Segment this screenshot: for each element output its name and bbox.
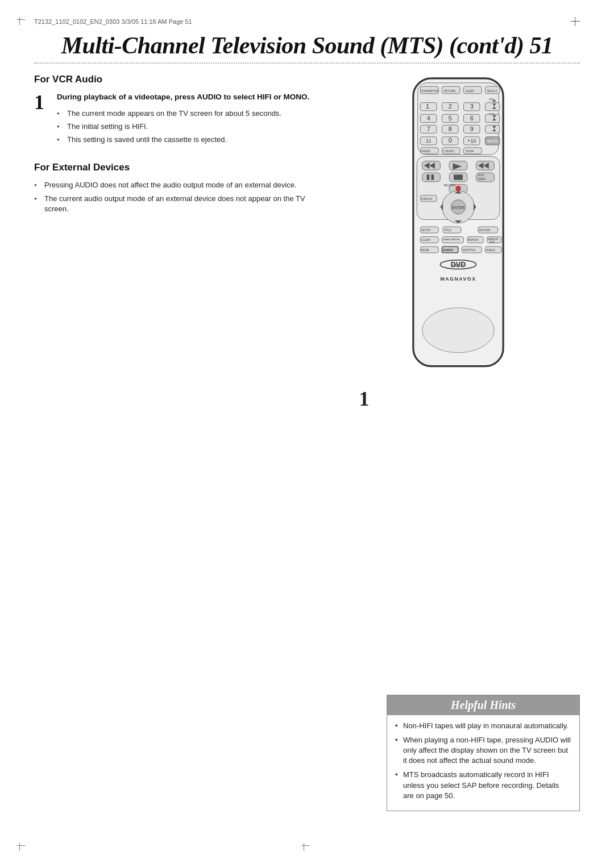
helpful-hints-title-bar: Helpful Hints [387,695,579,715]
svg-point-110 [422,308,494,353]
vcr-bullet-3: This setting is saved until the cassette… [57,135,325,145]
svg-text:ENTER: ENTER [452,206,464,210]
svg-text:A-B: A-B [489,241,494,244]
svg-text:7: 7 [426,126,430,132]
svg-text:SEARCH/MODE: SEARCH/MODE [443,238,460,241]
step-number: 1 [34,92,50,112]
svg-text:8: 8 [448,126,451,132]
ext-bullet-2: The current audio output mode of an exte… [34,194,325,214]
svg-text:REPEAT: REPEAT [468,239,479,241]
svg-text:MODE: MODE [421,249,429,252]
step-instruction: During playback of a videotape, press AU… [57,92,325,103]
svg-rect-25 [485,114,499,122]
external-devices-heading: For External Devices [34,162,325,173]
svg-rect-67 [431,174,434,180]
ext-bullet-1: Pressing AUDIO does not affect the audio… [34,180,325,190]
helpful-hints-content: Non-HIFI tapes will play in monaural aut… [387,715,579,811]
page-title: Multi-Channel Television Sound (MTS) (co… [34,32,580,59]
svg-text:MENU: MENU [478,178,487,181]
svg-text:AUDIO: AUDIO [443,248,454,252]
corner-marker-top-left [17,17,28,28]
hint-1: Non-HIFI tapes will play in monaural aut… [395,721,571,731]
svg-text:5: 5 [448,115,451,122]
svg-text:ANGLE: ANGLE [486,249,495,252]
svg-text:MUTE: MUTE [487,139,497,143]
remote-step-number: 1 [359,387,370,411]
corner-marker-bottom-center [301,840,313,851]
step-block: 1 During playback of a videotape, press … [34,92,325,154]
page-title-text: Multi-Channel Television Sound (MTS) (co… [61,32,524,59]
meta-text: T2132_1102_0102_EN2_0303 3/3/05 11:16 AM… [34,18,192,25]
svg-text:RECORD: RECORD [443,184,455,187]
corner-marker-bottom-left [17,840,28,851]
right-column: STANDBY/ON PICTURE SLEEP SELECT CH. 1 2 … [342,74,580,411]
svg-point-72 [455,186,460,191]
svg-text:+10: +10 [467,138,476,144]
svg-text:6: 6 [470,115,473,122]
svg-rect-66 [426,174,429,180]
vcr-audio-heading: For VCR Audio [34,74,325,85]
vcr-bullet-2: The initial setting is HIFI. [57,122,325,132]
svg-text:SETUP: SETUP [421,229,430,232]
svg-text:DISPLAY: DISPLAY [421,198,433,201]
step-content: During playback of a videotape, press AU… [57,92,325,154]
svg-text:DISC: DISC [478,174,485,177]
svg-text:RETURN: RETURN [479,229,490,232]
remote-svg: STANDBY/ON PICTURE SLEEP SELECT CH. 1 2 … [404,74,512,379]
page-container: T2132_1102_0102_EN2_0303 3/3/05 11:16 AM… [0,0,614,868]
svg-text:SLEEP: SLEEP [465,90,474,93]
svg-rect-34 [485,125,499,133]
page-number: 51 [529,32,553,59]
main-columns: For VCR Audio 1 During playback of a vid… [34,74,580,411]
helpful-hints-box: Helpful Hints Non-HIFI tapes will play i… [387,695,580,811]
svg-rect-68 [454,174,463,180]
svg-text:3: 3 [470,103,473,110]
dotted-separator [34,62,580,64]
svg-text:11: 11 [426,138,432,144]
svg-text:STANDBY/ON: STANDBY/ON [421,90,439,93]
svg-text:2: 2 [448,103,451,110]
svg-text:0: 0 [448,137,451,144]
svg-text:PICTURE: PICTURE [443,90,455,93]
svg-text:1: 1 [426,103,429,110]
svg-text:CLEAR: CLEAR [421,239,430,241]
header-meta: T2132_1102_0102_EN2_0303 3/3/05 11:16 AM… [34,17,580,26]
hint-3: MTS broadcasts automatically record in H… [395,770,571,801]
svg-text:VIDEO: VIDEO [453,264,464,268]
left-column: For VCR Audio 1 During playback of a vid… [34,74,325,411]
svg-text:4: 4 [426,115,430,122]
external-devices-bullets: Pressing AUDIO does not affect the audio… [34,180,325,214]
svg-text:C.RESET: C.RESET [443,150,455,153]
vcr-audio-bullets: The current mode appears on the TV scree… [57,108,325,145]
hints-list: Non-HIFI tapes will play in monaural aut… [395,721,571,801]
svg-text:SELECT: SELECT [487,90,497,93]
svg-text:ZOOM: ZOOM [465,150,473,153]
helpful-hints-section: Helpful Hints Non-HIFI tapes will play i… [387,695,580,811]
svg-text:SUBTITLE: SUBTITLE [463,249,476,252]
svg-text:9: 9 [470,126,473,132]
hint-2: When playing a non-HIFI tape, pressing A… [395,735,571,766]
svg-text:TITLE: TITLE [443,229,451,232]
vcr-bullet-1: The current mode appears on the TV scree… [57,108,325,119]
remote-container: STANDBY/ON PICTURE SLEEP SELECT CH. 1 2 … [404,74,518,381]
svg-text:SPEED: SPEED [421,150,431,153]
svg-text:MAGNAVOX: MAGNAVOX [440,276,476,282]
helpful-hints-title-text: Helpful Hints [451,699,516,711]
svg-rect-15 [485,103,499,111]
crosshair-icon [571,17,580,26]
